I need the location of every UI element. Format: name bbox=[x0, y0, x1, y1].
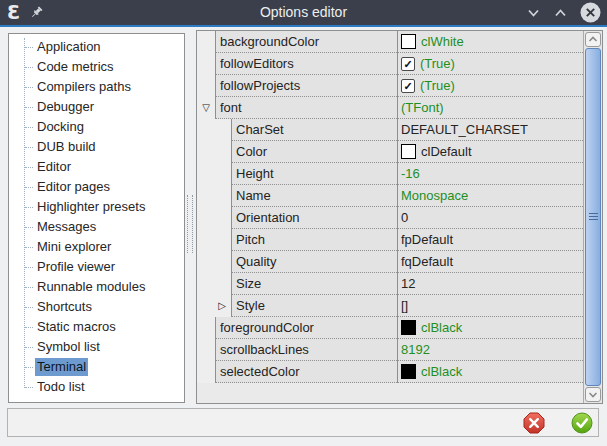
row-gutter: ▷ bbox=[197, 295, 231, 317]
property-value-text: (True) bbox=[420, 56, 455, 71]
chevron-up-icon[interactable] bbox=[553, 7, 568, 19]
sidebar-item-application[interactable]: Application bbox=[9, 37, 184, 57]
property-row-height[interactable]: Height-16 bbox=[197, 163, 583, 185]
property-row-orientation[interactable]: Orientation0 bbox=[197, 207, 583, 229]
property-value-text: clBlack bbox=[421, 364, 462, 379]
property-value[interactable]: 8192 bbox=[397, 339, 583, 361]
property-row-color[interactable]: ColorclDefault bbox=[197, 141, 583, 163]
sidebar-item-editor-pages[interactable]: Editor pages bbox=[9, 177, 184, 197]
sidebar-item-label: Terminal bbox=[35, 358, 88, 376]
sidebar-item-label: Profile viewer bbox=[35, 258, 117, 276]
scrollbar-up-icon[interactable] bbox=[585, 32, 601, 47]
sidebar-item-compilers-paths[interactable]: Compilers paths bbox=[9, 77, 184, 97]
property-name[interactable]: font bbox=[215, 97, 397, 119]
value-checkbox[interactable]: ✓ bbox=[401, 57, 415, 71]
sidebar-item-code-metrics[interactable]: Code metrics bbox=[9, 57, 184, 77]
property-value[interactable]: fqDefault bbox=[397, 251, 583, 273]
property-row-selectedcolor[interactable]: selectedColorclBlack bbox=[197, 361, 583, 383]
property-name[interactable]: backgroundColor bbox=[215, 31, 397, 53]
property-value[interactable]: clWhite bbox=[397, 31, 583, 53]
property-value[interactable]: Monospace bbox=[397, 185, 583, 207]
sidebar-item-shortcuts[interactable]: Shortcuts bbox=[9, 297, 184, 317]
property-value[interactable]: 12 bbox=[397, 273, 583, 295]
property-row-pitch[interactable]: PitchfpDefault bbox=[197, 229, 583, 251]
sidebar-item-label: Shortcuts bbox=[35, 298, 94, 316]
property-row-size[interactable]: Size12 bbox=[197, 273, 583, 295]
property-name[interactable]: Style bbox=[231, 295, 397, 317]
scrollbar-down-icon[interactable] bbox=[585, 387, 601, 402]
sidebar-item-label: Debugger bbox=[35, 98, 96, 116]
property-row-backgroundcolor[interactable]: backgroundColorclWhite bbox=[197, 31, 583, 53]
property-name[interactable]: CharSet bbox=[231, 119, 397, 141]
sidebar-item-editor[interactable]: Editor bbox=[9, 157, 184, 177]
property-value[interactable]: ✓(True) bbox=[397, 53, 583, 75]
property-name[interactable]: followEditors bbox=[215, 53, 397, 75]
sidebar-item-terminal[interactable]: Terminal bbox=[9, 357, 184, 377]
tree-branch-line bbox=[25, 207, 33, 208]
property-value[interactable]: clDefault bbox=[397, 141, 583, 163]
sidebar-item-highlighter-presets[interactable]: Highlighter presets bbox=[9, 197, 184, 217]
property-value[interactable]: clBlack bbox=[397, 317, 583, 339]
category-list: ApplicationCode metricsCompilers pathsDe… bbox=[8, 33, 185, 403]
value-checkbox[interactable]: ✓ bbox=[401, 79, 415, 93]
property-name[interactable]: Height bbox=[231, 163, 397, 185]
sidebar-item-debugger[interactable]: Debugger bbox=[9, 97, 184, 117]
property-name[interactable]: followProjects bbox=[215, 75, 397, 97]
property-name[interactable]: scrollbackLines bbox=[215, 339, 397, 361]
property-row-scrollbacklines[interactable]: scrollbackLines8192 bbox=[197, 339, 583, 361]
property-row-style[interactable]: ▷Style[] bbox=[197, 295, 583, 317]
property-value[interactable]: [] bbox=[397, 295, 583, 317]
property-name[interactable]: selectedColor bbox=[215, 361, 397, 383]
property-value[interactable]: fpDefault bbox=[397, 229, 583, 251]
sidebar-item-profile-viewer[interactable]: Profile viewer bbox=[9, 257, 184, 277]
sidebar-item-runnable-modules[interactable]: Runnable modules bbox=[9, 277, 184, 297]
property-value[interactable]: DEFAULT_CHARSET bbox=[397, 119, 583, 141]
accept-button[interactable] bbox=[571, 412, 593, 434]
property-name[interactable]: Quality bbox=[231, 251, 397, 273]
property-name[interactable]: Color bbox=[231, 141, 397, 163]
property-name[interactable]: Name bbox=[231, 185, 397, 207]
property-row-followprojects[interactable]: followProjects✓(True) bbox=[197, 75, 583, 97]
footer-panel bbox=[7, 408, 599, 437]
property-name[interactable]: Orientation bbox=[231, 207, 397, 229]
sidebar-item-symbol-list[interactable]: Symbol list bbox=[9, 337, 184, 357]
sidebar-item-label: Messages bbox=[35, 218, 98, 236]
scrollbar-thumb[interactable] bbox=[585, 48, 601, 386]
property-value[interactable]: ✓(True) bbox=[397, 75, 583, 97]
property-row-quality[interactable]: QualityfqDefault bbox=[197, 251, 583, 273]
property-row-name[interactable]: NameMonospace bbox=[197, 185, 583, 207]
sidebar-item-dub-build[interactable]: DUB build bbox=[9, 137, 184, 157]
close-icon[interactable] bbox=[580, 2, 601, 23]
property-row-foregroundcolor[interactable]: foregroundColorclBlack bbox=[197, 317, 583, 339]
cancel-button[interactable] bbox=[523, 412, 545, 434]
sidebar-item-messages[interactable]: Messages bbox=[9, 217, 184, 237]
expander-closed-icon[interactable]: ▷ bbox=[218, 301, 226, 311]
chevron-down-icon[interactable] bbox=[526, 7, 541, 19]
property-grid: backgroundColorclWhitefollowEditors✓(Tru… bbox=[196, 30, 603, 404]
property-value-text: clBlack bbox=[421, 320, 462, 335]
row-gutter bbox=[197, 141, 231, 163]
sidebar-item-todo-list[interactable]: Todo list bbox=[9, 377, 184, 397]
property-row-followeditors[interactable]: followEditors✓(True) bbox=[197, 53, 583, 75]
titlebar: Ɛ Options editor bbox=[0, 0, 607, 27]
sidebar-item-static-macros[interactable]: Static macros bbox=[9, 317, 184, 337]
sidebar-item-mini-explorer[interactable]: Mini explorer bbox=[9, 237, 184, 257]
sidebar-item-label: Compilers paths bbox=[35, 78, 133, 96]
property-row-charset[interactable]: CharSetDEFAULT_CHARSET bbox=[197, 119, 583, 141]
tree-branch-line bbox=[25, 327, 33, 328]
property-row-font[interactable]: ▽font(TFont) bbox=[197, 97, 583, 119]
vertical-scrollbar[interactable] bbox=[583, 31, 602, 403]
pin-icon[interactable] bbox=[29, 5, 44, 20]
property-value-text: clWhite bbox=[421, 34, 464, 49]
splitter-handle[interactable] bbox=[187, 195, 193, 253]
property-value[interactable]: 0 bbox=[397, 207, 583, 229]
property-value[interactable]: clBlack bbox=[397, 361, 583, 383]
row-gutter bbox=[197, 361, 215, 383]
sidebar-item-docking[interactable]: Docking bbox=[9, 117, 184, 137]
property-name[interactable]: Size bbox=[231, 273, 397, 295]
property-value[interactable]: (TFont) bbox=[397, 97, 583, 119]
property-name[interactable]: foregroundColor bbox=[215, 317, 397, 339]
property-value[interactable]: -16 bbox=[397, 163, 583, 185]
property-name[interactable]: Pitch bbox=[231, 229, 397, 251]
expander-open-icon[interactable]: ▽ bbox=[202, 103, 210, 113]
